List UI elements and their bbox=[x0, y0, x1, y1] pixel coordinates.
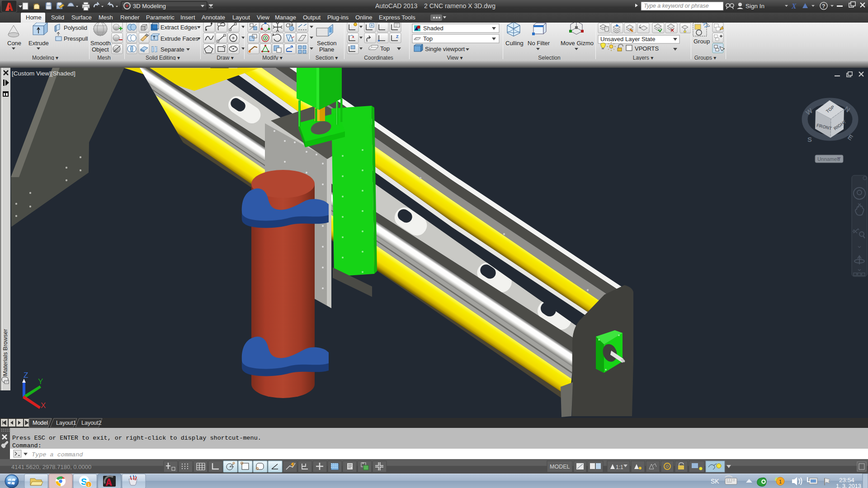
svg-text:[Custom View][Shaded]: [Custom View][Shaded] bbox=[12, 70, 75, 77]
svg-text:Single viewport: Single viewport bbox=[425, 46, 465, 52]
svg-text:Layout2: Layout2 bbox=[81, 420, 102, 426]
svg-text:1. 3. 2013: 1. 3. 2013 bbox=[836, 483, 861, 488]
svg-text:No Filter: No Filter bbox=[528, 40, 550, 47]
svg-text:Smooth: Smooth bbox=[90, 40, 111, 47]
svg-text:Y: Y bbox=[38, 377, 43, 386]
svg-text:1:1: 1:1 bbox=[616, 464, 623, 470]
svg-text:Cone: Cone bbox=[7, 40, 21, 47]
svg-text:1: 1 bbox=[88, 483, 90, 487]
svg-text:Polysolid: Polysolid bbox=[64, 24, 87, 31]
svg-text:x: x bbox=[352, 35, 354, 39]
svg-text:Plane: Plane bbox=[319, 46, 334, 53]
svg-text:Move Gizmo: Move Gizmo bbox=[561, 40, 594, 47]
svg-text:Separate: Separate bbox=[160, 46, 184, 53]
svg-text:Object: Object bbox=[92, 46, 109, 53]
svg-text:1: 1 bbox=[779, 479, 782, 484]
svg-text:Extract Edges: Extract Edges bbox=[160, 24, 197, 31]
svg-text:Top: Top bbox=[423, 35, 433, 42]
svg-text:Culling: Culling bbox=[505, 40, 524, 47]
svg-text:Z: Z bbox=[24, 371, 28, 380]
svg-text:Type a keyword or phrase: Type a keyword or phrase bbox=[644, 3, 709, 9]
svg-text:Type a command: Type a command bbox=[32, 451, 83, 458]
svg-text:3D Modeling: 3D Modeling bbox=[133, 3, 166, 9]
svg-text:Materials Browser: Materials Browser bbox=[2, 328, 9, 376]
svg-text:Layout1: Layout1 bbox=[56, 420, 76, 426]
svg-text:MODEL: MODEL bbox=[550, 464, 570, 470]
svg-text:4141.5620, 2978.7180, 0.0000: 4141.5620, 2978.7180, 0.0000 bbox=[11, 464, 91, 470]
svg-text:Presspull: Presspull bbox=[64, 35, 88, 42]
svg-text:Extrude: Extrude bbox=[28, 40, 49, 47]
svg-text:Top: Top bbox=[380, 45, 390, 52]
svg-text:Unsaved Layer State: Unsaved Layer State bbox=[600, 36, 655, 42]
svg-text:Press ESC or ENTER to exit, or: Press ESC or ENTER to exit, or right-cli… bbox=[12, 435, 261, 441]
svg-text:23:54: 23:54 bbox=[839, 477, 854, 483]
svg-text:Section: Section bbox=[317, 40, 336, 47]
svg-text:SK: SK bbox=[711, 478, 719, 485]
svg-text:X: X bbox=[41, 401, 46, 410]
svg-text:?: ? bbox=[822, 3, 825, 9]
svg-text:X: X bbox=[791, 2, 797, 10]
svg-text:Shaded: Shaded bbox=[423, 25, 443, 32]
svg-text:Extrude Faces: Extrude Faces bbox=[160, 35, 198, 42]
svg-text:S: S bbox=[807, 136, 812, 143]
svg-text:AutoCAD 2013: AutoCAD 2013 bbox=[375, 2, 418, 9]
svg-text:Z: Z bbox=[396, 34, 399, 39]
svg-text:Sign In: Sign In bbox=[745, 3, 764, 9]
svg-text:Group: Group bbox=[693, 38, 710, 45]
svg-text:Command:: Command: bbox=[12, 442, 42, 449]
svg-text:Model: Model bbox=[33, 420, 48, 426]
svg-text:2 CNC rameno X 3D.dwg: 2 CNC rameno X 3D.dwg bbox=[424, 2, 495, 9]
svg-text:VPORTS: VPORTS bbox=[635, 45, 659, 52]
svg-text:Unnamed: Unnamed bbox=[817, 156, 840, 162]
